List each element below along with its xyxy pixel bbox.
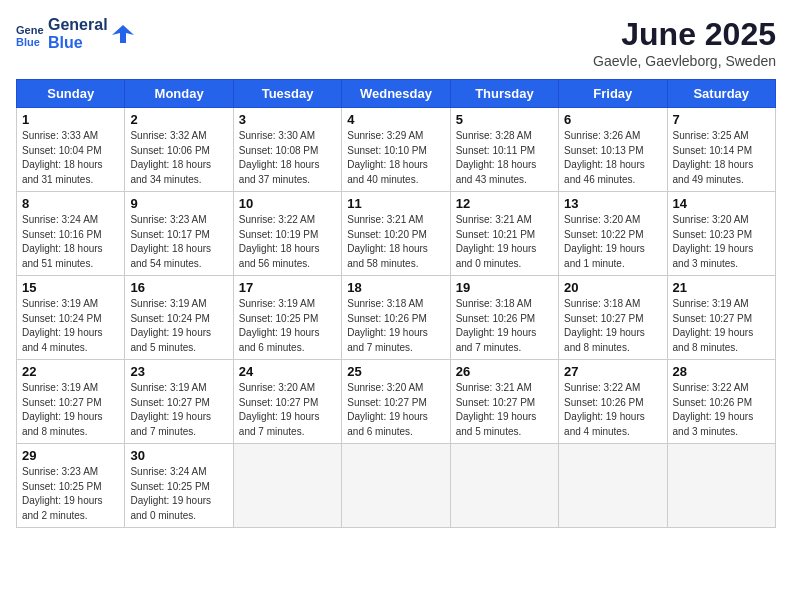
table-row: 5Sunrise: 3:28 AMSunset: 10:11 PMDayligh… bbox=[450, 108, 558, 192]
empty-cell bbox=[233, 444, 341, 528]
logo-bird-icon bbox=[112, 23, 134, 45]
month-year-title: June 2025 bbox=[593, 16, 776, 53]
table-row: 11Sunrise: 3:21 AMSunset: 10:20 PMDaylig… bbox=[342, 192, 450, 276]
svg-text:Blue: Blue bbox=[16, 36, 40, 48]
table-row: 16Sunrise: 3:19 AMSunset: 10:24 PMDaylig… bbox=[125, 276, 233, 360]
table-row: 10Sunrise: 3:22 AMSunset: 10:19 PMDaylig… bbox=[233, 192, 341, 276]
table-row: 4Sunrise: 3:29 AMSunset: 10:10 PMDayligh… bbox=[342, 108, 450, 192]
svg-text:General: General bbox=[16, 24, 44, 36]
logo-line1: General bbox=[48, 16, 108, 34]
table-row: 27Sunrise: 3:22 AMSunset: 10:26 PMDaylig… bbox=[559, 360, 667, 444]
empty-cell bbox=[667, 444, 775, 528]
col-saturday: Saturday bbox=[667, 80, 775, 108]
table-row: 30Sunrise: 3:24 AMSunset: 10:25 PMDaylig… bbox=[125, 444, 233, 528]
table-row: 21Sunrise: 3:19 AMSunset: 10:27 PMDaylig… bbox=[667, 276, 775, 360]
table-row: 2Sunrise: 3:32 AMSunset: 10:06 PMDayligh… bbox=[125, 108, 233, 192]
calendar-header-row: Sunday Monday Tuesday Wednesday Thursday… bbox=[17, 80, 776, 108]
empty-cell bbox=[342, 444, 450, 528]
col-wednesday: Wednesday bbox=[342, 80, 450, 108]
col-sunday: Sunday bbox=[17, 80, 125, 108]
table-row: 13Sunrise: 3:20 AMSunset: 10:22 PMDaylig… bbox=[559, 192, 667, 276]
table-row: 23Sunrise: 3:19 AMSunset: 10:27 PMDaylig… bbox=[125, 360, 233, 444]
table-row: 3Sunrise: 3:30 AMSunset: 10:08 PMDayligh… bbox=[233, 108, 341, 192]
table-row: 29Sunrise: 3:23 AMSunset: 10:25 PMDaylig… bbox=[17, 444, 125, 528]
table-row: 1Sunrise: 3:33 AMSunset: 10:04 PMDayligh… bbox=[17, 108, 125, 192]
table-row: 6Sunrise: 3:26 AMSunset: 10:13 PMDayligh… bbox=[559, 108, 667, 192]
table-row: 26Sunrise: 3:21 AMSunset: 10:27 PMDaylig… bbox=[450, 360, 558, 444]
table-row: 12Sunrise: 3:21 AMSunset: 10:21 PMDaylig… bbox=[450, 192, 558, 276]
empty-cell bbox=[450, 444, 558, 528]
table-row: 22Sunrise: 3:19 AMSunset: 10:27 PMDaylig… bbox=[17, 360, 125, 444]
col-thursday: Thursday bbox=[450, 80, 558, 108]
table-row: 8Sunrise: 3:24 AMSunset: 10:16 PMDayligh… bbox=[17, 192, 125, 276]
table-row: 18Sunrise: 3:18 AMSunset: 10:26 PMDaylig… bbox=[342, 276, 450, 360]
table-row: 7Sunrise: 3:25 AMSunset: 10:14 PMDayligh… bbox=[667, 108, 775, 192]
calendar-table: Sunday Monday Tuesday Wednesday Thursday… bbox=[16, 79, 776, 528]
col-monday: Monday bbox=[125, 80, 233, 108]
svg-marker-2 bbox=[112, 25, 134, 43]
col-friday: Friday bbox=[559, 80, 667, 108]
table-row: 15Sunrise: 3:19 AMSunset: 10:24 PMDaylig… bbox=[17, 276, 125, 360]
location-subtitle: Gaevle, Gaevleborg, Sweden bbox=[593, 53, 776, 69]
empty-cell bbox=[559, 444, 667, 528]
table-row: 14Sunrise: 3:20 AMSunset: 10:23 PMDaylig… bbox=[667, 192, 775, 276]
calendar-body: 1Sunrise: 3:33 AMSunset: 10:04 PMDayligh… bbox=[17, 108, 776, 528]
page-header: General Blue General Blue June 2025 Gaev… bbox=[16, 16, 776, 69]
table-row: 19Sunrise: 3:18 AMSunset: 10:26 PMDaylig… bbox=[450, 276, 558, 360]
table-row: 17Sunrise: 3:19 AMSunset: 10:25 PMDaylig… bbox=[233, 276, 341, 360]
logo-line2: Blue bbox=[48, 34, 108, 52]
col-tuesday: Tuesday bbox=[233, 80, 341, 108]
logo-icon: General Blue bbox=[16, 20, 44, 48]
table-row: 20Sunrise: 3:18 AMSunset: 10:27 PMDaylig… bbox=[559, 276, 667, 360]
table-row: 25Sunrise: 3:20 AMSunset: 10:27 PMDaylig… bbox=[342, 360, 450, 444]
table-row: 24Sunrise: 3:20 AMSunset: 10:27 PMDaylig… bbox=[233, 360, 341, 444]
table-row: 28Sunrise: 3:22 AMSunset: 10:26 PMDaylig… bbox=[667, 360, 775, 444]
table-row: 9Sunrise: 3:23 AMSunset: 10:17 PMDayligh… bbox=[125, 192, 233, 276]
title-block: June 2025 Gaevle, Gaevleborg, Sweden bbox=[593, 16, 776, 69]
logo: General Blue General Blue bbox=[16, 16, 134, 51]
